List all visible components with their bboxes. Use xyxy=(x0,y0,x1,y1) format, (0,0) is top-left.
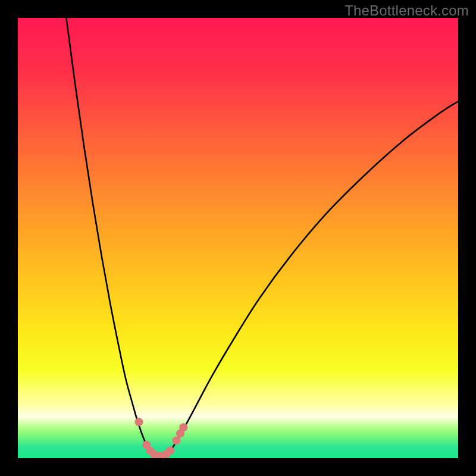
watermark-text: TheBottleneck.com xyxy=(345,2,469,19)
data-dot xyxy=(166,446,174,455)
bottleneck-curve xyxy=(66,18,458,456)
data-dot xyxy=(172,436,180,444)
data-dot xyxy=(179,423,187,431)
data-dot xyxy=(135,418,143,426)
outer-frame: TheBottleneck.com xyxy=(0,0,476,476)
curve-layer xyxy=(18,18,458,458)
plot-area xyxy=(18,18,458,458)
